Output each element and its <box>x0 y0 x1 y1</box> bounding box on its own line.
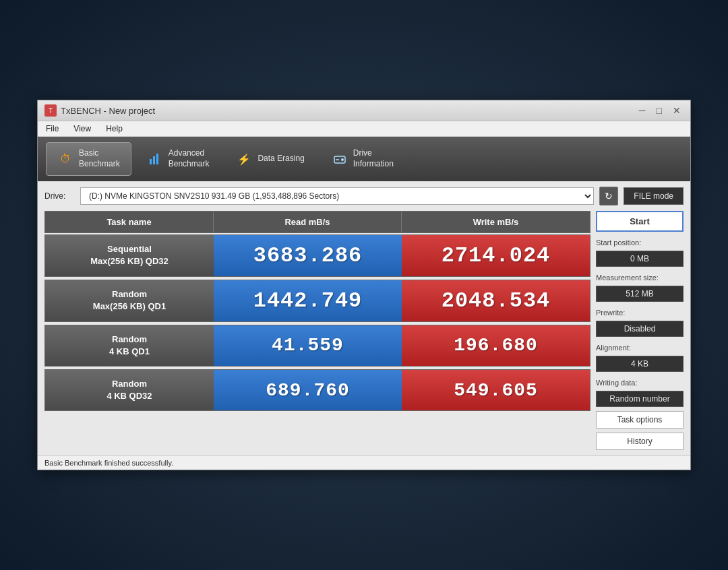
menu-view[interactable]: View <box>71 123 94 135</box>
main-layout: Task name Read mB/s Write mB/s Sequentia… <box>44 211 684 450</box>
basic-benchmark-icon: ⏱ <box>57 151 73 167</box>
alignment-value: 4 KB <box>596 356 684 372</box>
row-read-sequential: 3683.286 <box>214 235 402 276</box>
prewrite-value: Disabled <box>596 321 684 337</box>
start-position-value: 0 MB <box>596 251 684 267</box>
basic-benchmark-label: BasicBenchmark <box>79 148 120 169</box>
advanced-benchmark-icon <box>147 151 163 167</box>
toolbar-basic-benchmark[interactable]: ⏱ BasicBenchmark <box>46 142 131 175</box>
content-area: Drive: (D:) NVMe KINGSTON SNV2S10 931.49… <box>38 181 690 455</box>
drive-row: Drive: (D:) NVMe KINGSTON SNV2S10 931.49… <box>44 187 684 205</box>
write-value-random-4k-qd32: 549.605 <box>454 380 538 401</box>
read-value-random-4k-qd1: 41.559 <box>272 335 344 356</box>
app-icon: T <box>44 104 57 117</box>
advanced-benchmark-label: AdvancedBenchmark <box>169 148 210 169</box>
prewrite-label: Prewrite: <box>596 309 684 317</box>
status-bar: Basic Benchmark finished successfully. <box>38 455 690 470</box>
svg-point-4 <box>341 158 344 161</box>
status-text: Basic Benchmark finished successfully. <box>44 459 173 467</box>
title-bar: T TxBENCH - New project ─ □ ✕ <box>38 100 690 121</box>
svg-rect-0 <box>150 159 152 164</box>
toolbar: ⏱ BasicBenchmark AdvancedBenchmark ⚡ Dat… <box>38 137 690 181</box>
row-read-random-256-qd1: 1442.749 <box>214 280 402 321</box>
start-button[interactable]: Start <box>596 211 684 232</box>
row-label-random-4k-qd1: Random 4 KB QD1 <box>45 325 214 366</box>
drive-information-icon <box>332 151 348 167</box>
header-task-name: Task name <box>45 212 214 232</box>
drive-select[interactable]: (D:) NVMe KINGSTON SNV2S10 931.49 GB (1,… <box>80 187 594 205</box>
data-erasing-icon: ⚡ <box>236 151 252 167</box>
benchmark-area: Task name Read mB/s Write mB/s Sequentia… <box>44 211 590 450</box>
task-options-button[interactable]: Task options <box>596 411 684 429</box>
table-row: Random Max(256 KB) QD1 1442.749 2048.534 <box>44 280 590 322</box>
write-value-sequential: 2714.024 <box>442 243 551 268</box>
read-value-random-4k-qd32: 689.760 <box>266 380 350 401</box>
read-value-random-256-qd1: 1442.749 <box>253 288 363 313</box>
writing-data-label: Writing data: <box>596 379 684 387</box>
sidebar: Start Start position: 0 MB Measurement s… <box>596 211 684 450</box>
writing-data-value: Random number <box>596 391 684 407</box>
minimize-button[interactable]: ─ <box>636 105 648 116</box>
svg-rect-2 <box>156 154 158 164</box>
window-controls: ─ □ ✕ <box>636 105 684 116</box>
measurement-size-value: 512 MB <box>596 286 684 302</box>
row-label-random-256-qd1: Random Max(256 KB) QD1 <box>45 280 214 321</box>
header-read: Read mB/s <box>214 212 402 232</box>
measurement-size-label: Measurement size: <box>596 274 684 282</box>
menu-bar: File View Help <box>38 121 690 137</box>
start-position-label: Start position: <box>596 239 684 247</box>
alignment-label: Alignment: <box>596 344 684 352</box>
header-write: Write mB/s <box>402 212 590 232</box>
row-read-random-4k-qd1: 41.559 <box>214 325 402 366</box>
toolbar-drive-information[interactable]: DriveInformation <box>320 142 405 175</box>
data-erasing-label: Data Erasing <box>257 154 304 164</box>
window-title: TxBENCH - New project <box>61 106 155 116</box>
write-value-random-256-qd1: 2048.534 <box>442 288 551 313</box>
table-row: Random 4 KB QD1 41.559 196.680 <box>44 325 590 367</box>
main-window: T TxBENCH - New project ─ □ ✕ File View … <box>37 100 691 470</box>
toolbar-advanced-benchmark[interactable]: AdvancedBenchmark <box>135 142 221 175</box>
toolbar-data-erasing[interactable]: ⚡ Data Erasing <box>224 142 315 175</box>
drive-information-label: DriveInformation <box>353 148 394 169</box>
svg-rect-1 <box>153 156 155 164</box>
table-header: Task name Read mB/s Write mB/s <box>44 211 590 233</box>
read-value-sequential: 3683.286 <box>253 243 363 268</box>
menu-file[interactable]: File <box>43 123 61 135</box>
row-write-sequential: 2714.024 <box>402 235 590 276</box>
menu-help[interactable]: Help <box>103 123 125 135</box>
title-bar-left: T TxBENCH - New project <box>44 104 155 117</box>
history-button[interactable]: History <box>596 433 684 450</box>
drive-refresh-button[interactable]: ↻ <box>599 187 618 205</box>
write-value-random-4k-qd1: 196.680 <box>454 335 538 356</box>
file-mode-button[interactable]: FILE mode <box>624 187 684 205</box>
row-read-random-4k-qd32: 689.760 <box>214 370 402 410</box>
maximize-button[interactable]: □ <box>654 105 665 116</box>
table-row: Sequential Max(256 KB) QD32 3683.286 271… <box>44 234 590 277</box>
row-write-random-4k-qd1: 196.680 <box>402 325 590 366</box>
row-write-random-256-qd1: 2048.534 <box>402 280 590 321</box>
close-button[interactable]: ✕ <box>670 105 684 116</box>
table-row: Random 4 KB QD32 689.760 549.605 <box>44 369 590 411</box>
drive-label: Drive: <box>44 191 75 201</box>
row-label-random-4k-qd32: Random 4 KB QD32 <box>45 370 214 410</box>
row-write-random-4k-qd32: 549.605 <box>402 370 590 410</box>
row-label-sequential: Sequential Max(256 KB) QD32 <box>45 235 214 276</box>
